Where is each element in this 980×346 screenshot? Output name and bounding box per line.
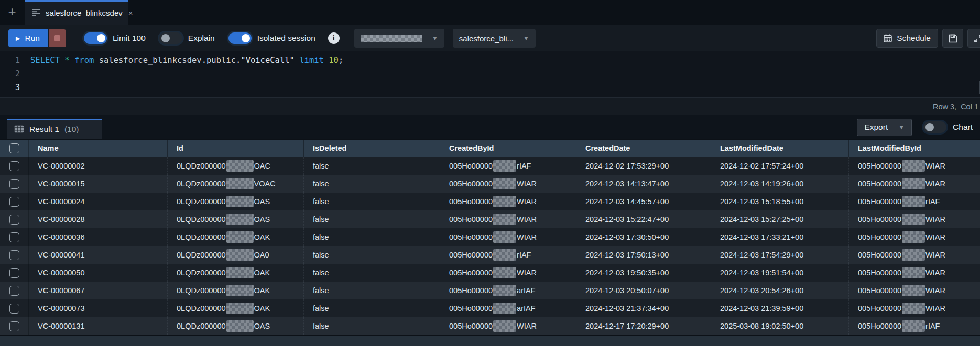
cell-text: WIAR — [517, 233, 537, 241]
tab-result-1[interactable]: Result 1 (10) — [7, 119, 102, 139]
table-row[interactable]: VC-00000028 0LQDz000000OAS false 005Ho00… — [0, 210, 980, 228]
table-row[interactable]: VC-00000131 0LQDz000000OAS false 005Ho00… — [0, 317, 980, 335]
column-header-name[interactable]: Name — [29, 140, 168, 157]
redacted-text-block — [493, 285, 516, 296]
cell-text: VC-00000015 — [38, 180, 85, 188]
column-header-createddate[interactable]: CreatedDate — [576, 140, 711, 157]
redacted-text-block — [493, 320, 516, 332]
cell-createdbyid: 005Ho00000WIAR — [440, 228, 576, 246]
cell-text: WIAR — [925, 286, 945, 295]
sql-editor[interactable]: 1 SELECT * from salesforce_blinkcsdev.pu… — [0, 51, 980, 97]
table-row[interactable]: VC-00000024 0LQDz000000OAS false 005Ho00… — [0, 193, 980, 210]
cell-lastmodifiedbyid: 005Ho00000WIAR — [849, 264, 980, 282]
redacted-text-block — [902, 160, 925, 172]
cell-text: 0LQDz000000 — [177, 180, 226, 188]
redacted-text-block — [226, 303, 254, 314]
cell-isdeleted: false — [304, 210, 440, 228]
cell-text: false — [313, 197, 329, 206]
limit-toggle[interactable] — [84, 32, 107, 44]
run-button-label: Run — [25, 34, 39, 43]
chart-toggle[interactable] — [923, 121, 946, 133]
cell-name: VC-00000024 — [29, 193, 168, 210]
table-row[interactable]: VC-00000050 0LQDz000000OAK false 005Ho00… — [0, 264, 980, 282]
cell-lastmodifieddate: 2024-12-03 19:51:54+00 — [711, 264, 849, 282]
cell-text: rIAF — [517, 251, 531, 259]
info-icon[interactable]: i — [328, 32, 340, 44]
cell-text: 005Ho00000 — [858, 286, 901, 295]
table-row[interactable]: VC-00000041 0LQDz000000OA0 false 005Ho00… — [0, 246, 980, 264]
cell-lastmodifieddate: 2024-12-03 15:18:55+00 — [711, 193, 849, 210]
select-all-checkbox[interactable] — [9, 143, 19, 153]
cell-text: VC-00000067 — [38, 286, 85, 295]
cell-lastmodifiedbyid: 005Ho00000WIAR — [849, 282, 980, 299]
cell-text: false — [313, 215, 329, 224]
sql-statement: SELECT * from salesforce_blinkcsdev.publ… — [30, 55, 343, 65]
cell-text: OAS — [254, 322, 270, 330]
results-table: Name Id IsDeleted CreatedById CreatedDat… — [0, 139, 980, 335]
row-select-cell — [0, 210, 29, 228]
cell-text: WIAR — [925, 162, 945, 170]
cell-text: OAS — [254, 215, 270, 224]
cell-text: 005Ho00000 — [858, 197, 901, 206]
row-checkbox[interactable] — [9, 161, 19, 171]
schedule-button[interactable]: Schedule — [876, 29, 938, 48]
cell-name: VC-00000041 — [29, 246, 168, 264]
table-row[interactable]: VC-00000067 0LQDz000000OAK false 005Ho00… — [0, 282, 980, 299]
column-header-createdbyid[interactable]: CreatedById — [440, 140, 576, 157]
cell-text: 005Ho00000 — [858, 162, 901, 170]
row-checkbox[interactable] — [9, 286, 19, 296]
results-bar: Result 1 (10) Export ▼ Chart — [0, 115, 980, 139]
column-header-id[interactable]: Id — [168, 140, 304, 157]
cell-createdbyid: 005Ho00000WIAR — [440, 317, 576, 335]
cell-text: 2024-12-03 15:27:25+00 — [720, 215, 803, 224]
row-checkbox[interactable] — [9, 250, 19, 260]
connection-dropdown[interactable]: ▼ — [354, 29, 444, 48]
cell-text: 005Ho00000 — [449, 269, 493, 277]
row-select-cell — [0, 246, 29, 264]
chevron-down-icon: ▼ — [898, 124, 905, 131]
table-row[interactable]: VC-00000002 0LQDz000000OAC false 005Ho00… — [0, 157, 980, 175]
row-checkbox[interactable] — [9, 197, 19, 207]
save-button[interactable] — [942, 29, 963, 48]
export-button[interactable]: Export ▼ — [857, 119, 912, 136]
cell-createdbyid: 005Ho00000WIAR — [440, 175, 576, 193]
row-checkbox[interactable] — [9, 268, 19, 278]
database-dropdown[interactable]: salesforce_bli... ▼ — [453, 29, 536, 48]
cell-text: false — [313, 286, 329, 295]
row-checkbox[interactable] — [9, 321, 19, 331]
cell-text: 2024-12-03 17:33:21+00 — [720, 233, 803, 241]
explain-toggle[interactable] — [159, 32, 182, 44]
cell-text: arIAF — [517, 304, 535, 312]
column-header-isdeleted[interactable]: IsDeleted — [304, 140, 440, 157]
cell-text: OAK — [254, 286, 270, 295]
tab-close-icon[interactable]: × — [128, 8, 133, 17]
column-header-lastmodifiedbyid[interactable]: LastModifiedById — [849, 140, 980, 157]
isolated-session-toggle[interactable] — [228, 32, 252, 44]
cell-text: OAK — [254, 269, 270, 277]
toggle-knob — [161, 34, 170, 42]
cell-text: WIAR — [517, 180, 537, 188]
row-checkbox[interactable] — [9, 232, 19, 242]
run-button[interactable]: ▶ Run — [8, 29, 48, 47]
horizontal-scrollbar-track[interactable] — [0, 335, 980, 346]
redacted-text-block — [493, 267, 516, 278]
stop-button[interactable] — [48, 29, 66, 47]
row-checkbox[interactable] — [9, 304, 19, 314]
tab-salesforce-blinkcsdev[interactable]: salesforce_blinkcsdev × — [25, 0, 128, 25]
table-row[interactable]: VC-00000073 0LQDz000000OAK false 005Ho00… — [0, 299, 980, 317]
redacted-text-block — [226, 320, 254, 332]
column-header-lastmodifieddate[interactable]: LastModifiedDate — [711, 140, 849, 157]
cell-text: 2024-12-03 17:50:13+00 — [585, 251, 669, 259]
divider — [848, 121, 848, 133]
select-all-cell — [0, 140, 29, 157]
redacted-text-block — [902, 267, 925, 278]
table-row[interactable]: VC-00000015 0LQDz000000VOAC false 005Ho0… — [0, 175, 980, 193]
expand-editor-button[interactable] — [967, 29, 980, 48]
table-row[interactable]: VC-00000036 0LQDz000000OAK false 005Ho00… — [0, 228, 980, 246]
row-checkbox[interactable] — [9, 215, 19, 225]
cell-text: 2024-12-03 21:39:59+00 — [720, 304, 803, 312]
cell-lastmodifiedbyid: 005Ho00000WIAR — [849, 157, 980, 175]
row-checkbox[interactable] — [9, 179, 19, 189]
new-tab-button[interactable]: + — [0, 0, 24, 25]
schedule-button-label: Schedule — [897, 34, 931, 43]
